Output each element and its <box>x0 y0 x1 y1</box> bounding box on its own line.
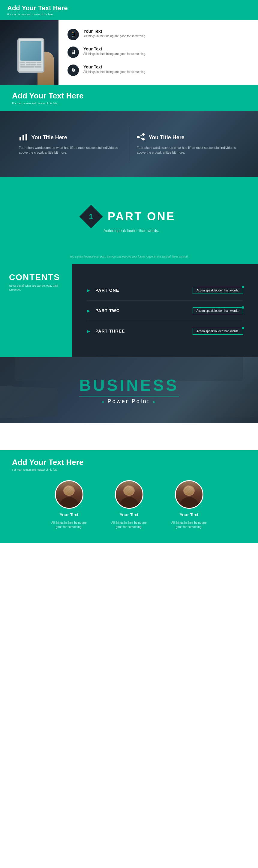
feature-1-desc: All things in their being are good for s… <box>84 34 146 38</box>
svg-point-5 <box>142 138 144 141</box>
section3-col1: You Title Here Four short words sum up w… <box>19 133 122 155</box>
member-2-desc: All things in their being are good for s… <box>109 521 149 529</box>
hero-title: Add Your Text Here <box>7 4 251 12</box>
feature-1-title: Your Text <box>84 29 146 34</box>
white-spacer <box>0 423 258 450</box>
member-2-name: Your Text <box>120 512 139 517</box>
bg-keyboard-left <box>0 386 57 419</box>
svg-line-7 <box>139 137 143 139</box>
monitor-icon: 🖥 <box>67 46 79 58</box>
contents-desc-box-2: Action speak louder than words. <box>193 307 243 314</box>
contents-item-3: ▶ PART THREE Action speak louder than wo… <box>87 321 243 341</box>
tablet-screen <box>21 41 41 61</box>
play-icon-3: ▶ <box>87 329 90 334</box>
contents-subtitle: Never put off what you can do today unti… <box>9 284 63 291</box>
contents-desc-box-1: Action speak louder than words. <box>193 287 243 294</box>
avatar-3 <box>175 480 203 509</box>
business-title: BUSINESS <box>79 376 179 394</box>
section3-col2-desc: Four short words sum up what has lifted … <box>137 145 239 155</box>
diamond-badge: 1 <box>79 205 103 228</box>
section2-subtitle: For man is man and master of his fate. <box>12 102 246 105</box>
member-3-name: Your Text <box>180 512 199 517</box>
section3-divider <box>129 126 129 162</box>
member-1-desc: All things in their being are good for s… <box>50 521 89 529</box>
section3-dark: You Title Here Four short words sum up w… <box>0 111 258 177</box>
part-one-title: PART ONE <box>108 210 175 223</box>
svg-point-4 <box>137 136 139 138</box>
svg-rect-1 <box>23 135 24 141</box>
contents-desc-box-3: Action speak louder than words. <box>193 328 243 335</box>
contents-desc-2: Action speak louder than words. <box>196 309 239 312</box>
contents-desc-1: Action speak louder than words. <box>196 289 239 292</box>
svg-line-6 <box>139 135 143 136</box>
desktop-icon: 🖱 <box>67 65 79 76</box>
feature-2-desc: All things in their being are good for s… <box>84 52 146 56</box>
avatar-1 <box>55 480 84 509</box>
chevron-left-icon: ◄ <box>100 400 107 404</box>
bg-keyboard-right <box>213 393 258 417</box>
contents-label-3: PART THREE <box>95 329 187 334</box>
tablet-keyboard <box>21 62 41 67</box>
hero-image-panel <box>0 20 59 85</box>
badge-area: 1 PART ONE <box>83 208 175 225</box>
svg-point-3 <box>142 133 144 136</box>
hero-body: 📱 Your Text All things in their being ar… <box>0 20 258 85</box>
hero-header-bar: Add Your Text Here For man is man and ma… <box>0 0 258 20</box>
member-3-desc: All things in their being are good for s… <box>169 521 208 529</box>
chevron-right-icon: ► <box>153 400 158 404</box>
feature-3-title: Your Text <box>84 65 146 69</box>
avatar-2 <box>115 480 143 509</box>
section3-col2-title: You Title Here <box>149 134 185 141</box>
contents-label-1: PART ONE <box>95 288 187 292</box>
team-grid: Your Text All things in their being are … <box>12 480 246 529</box>
svg-rect-2 <box>26 134 27 141</box>
section4-quote: You cannot improve your past, but you ca… <box>70 255 188 258</box>
section3-col2: You Title Here Four short words sum up w… <box>137 133 239 155</box>
contents-left-panel: CONTENTS Never put off what you can do t… <box>0 264 72 357</box>
contents-item-2: ▶ PART TWO Action speak louder than word… <box>87 301 243 321</box>
feature-item-3: 🖱 Your Text All things in their being ar… <box>67 65 249 76</box>
section3-col1-desc: Four short words sum up what has lifted … <box>19 145 122 155</box>
section2-title: Add Your Text Here <box>12 91 246 100</box>
feature-item-2: 🖥 Your Text All things in their being ar… <box>67 46 249 58</box>
svg-rect-0 <box>20 137 21 141</box>
feature-3-desc: All things in their being are good for s… <box>84 70 146 74</box>
hero-subtitle: For man is man and master of his fate. <box>7 13 251 16</box>
hero-section: Add Your Text Here For man is man and ma… <box>0 0 258 85</box>
section8-header: Add Your Text Here For man is man and ma… <box>12 458 246 471</box>
member-1-name: Your Text <box>60 512 78 517</box>
section8-subtitle: For man is man and master of his fate. <box>12 468 246 471</box>
feature-item-1: 📱 Your Text All things in their being ar… <box>67 29 249 40</box>
tablet-visual <box>18 38 44 73</box>
section8-title: Add Your Text Here <box>12 458 246 467</box>
contents-desc-3: Action speak louder than words. <box>196 330 239 333</box>
section2-banner: Add Your Text Here For man is man and ma… <box>0 85 258 111</box>
part-one-subtitle: Action speak louder than words. <box>26 228 159 233</box>
section8-team: Add Your Text Here For man is man and ma… <box>0 450 258 542</box>
contents-label-2: PART TWO <box>95 308 187 313</box>
share-icon <box>137 133 145 142</box>
team-member-1: Your Text All things in their being are … <box>50 480 89 529</box>
section4-part-one: 1 PART ONE Action speak louder than word… <box>0 177 258 264</box>
play-icon-1: ▶ <box>87 288 90 292</box>
section5-contents: CONTENTS Never put off what you can do t… <box>0 264 258 357</box>
section3-col1-title: You Title Here <box>32 134 67 141</box>
section6-text-block: BUSINESS ◄ Power Point ► <box>79 376 179 405</box>
badge-number: 1 <box>89 212 93 221</box>
play-icon-2: ▶ <box>87 309 90 313</box>
powerpoint-subtitle: ◄ Power Point ► <box>79 396 179 405</box>
feature-2-title: Your Text <box>84 46 146 51</box>
contents-title: CONTENTS <box>9 273 63 282</box>
contents-item-1: ▶ PART ONE Action speak louder than word… <box>87 280 243 301</box>
chart-icon <box>19 133 28 142</box>
section6-business: BUSINESS ◄ Power Point ► <box>0 357 258 423</box>
contents-right-panel: ▶ PART ONE Action speak louder than word… <box>72 264 258 357</box>
team-member-3: Your Text All things in their being are … <box>169 480 208 529</box>
team-member-2: Your Text All things in their being are … <box>109 480 149 529</box>
mobile-icon: 📱 <box>67 29 79 40</box>
hero-features: 📱 Your Text All things in their being ar… <box>59 20 258 85</box>
